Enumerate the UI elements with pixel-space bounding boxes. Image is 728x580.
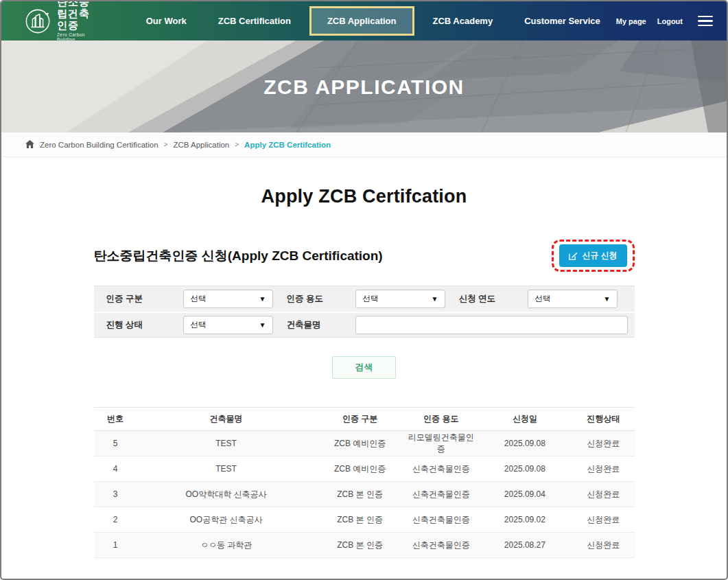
table-header-row: 번호 건축물명 인증 구분 인증 용도 신청일 진행상태 [94,408,635,431]
cell-number: 1 [94,533,137,558]
nav-zcb-academy[interactable]: ZCB Academy [417,8,509,34]
cell-apply-date: 2025.09.04 [478,482,572,507]
cell-cert-type: ZCB 예비인증 [316,431,405,456]
cell-building-name[interactable]: ㅇㅇ동 과학관 [137,533,316,558]
filter-row-1: 인증 구분 선택 ▼ 인증 용도 선택 ▼ 신청 연도 선택 ▼ [94,286,635,312]
cell-cert-use: 신축건축물인증 [405,456,478,482]
cell-apply-date: 2025.08.27 [478,533,572,558]
table-row[interactable]: 3 OO약학대학 신축공사 ZCB 본 인증 신축건축물인증 2025.09.0… [94,482,635,507]
edit-pencil-icon [569,251,578,260]
filter-label-cert-use: 인증 용도 [273,293,355,305]
cell-apply-date: 2025.09.08 [478,431,572,456]
breadcrumb-current: Apply ZCB Certifcation [244,141,331,149]
cell-building-name[interactable]: OO약학대학 신축공사 [137,482,316,507]
column-header-apply-date: 신청일 [478,408,572,431]
filter-label-building-name: 건축물명 [273,319,355,331]
hero-title: ZCB APPLICATION [263,76,465,99]
column-header-building-name: 건축물명 [137,408,316,431]
cell-progress-status: 신청완료 [572,507,635,533]
search-button-row: 검색 [94,356,635,379]
cell-cert-use: 신축건축물인증 [405,507,478,533]
cell-cert-use: 리모델링건축물인증 [405,431,478,456]
main-content: Apply ZCB Certifcation 탄소중립건축인증 신청(Apply… [94,186,635,558]
site-logo[interactable]: 탄소중립건축인증 Zero Carbon Building Certificat… [25,0,91,47]
cell-number: 3 [94,482,137,507]
filter-select-cert-use[interactable]: 선택 ▼ [355,290,445,308]
column-header-cert-use: 인증 용도 [405,408,478,431]
header-utilities: My page Logout [616,16,713,27]
filter-select-progress-status-value: 선택 [191,320,207,330]
cell-number: 5 [94,431,137,456]
cell-apply-date: 2025.09.08 [478,456,572,482]
cell-progress-status: 신청완료 [572,533,635,558]
home-icon[interactable] [25,140,34,148]
cell-building-name[interactable]: TEST [137,431,316,456]
cell-number: 4 [94,456,137,482]
column-header-progress-status: 진행상태 [572,408,635,431]
top-navbar: 탄소중립건축인증 Zero Carbon Building Certificat… [1,1,727,40]
red-dashed-annotation: 신규 신청 [552,240,634,272]
building-name-input[interactable] [355,316,628,334]
chevron-down-icon: ▼ [604,295,611,303]
table-row[interactable]: 5 TEST ZCB 예비인증 리모델링건축물인증 2025.09.08 신청완… [94,431,635,456]
cell-cert-type: ZCB 본 인증 [316,533,405,558]
table-row[interactable]: 1 ㅇㅇ동 과학관 ZCB 본 인증 신축건축물인증 2025.08.27 신청… [94,533,635,558]
filter-select-cert-use-value: 선택 [363,294,379,304]
filter-label-progress-status: 진행 상태 [94,319,183,331]
logo-icon [25,8,51,34]
filter-row-2: 진행 상태 선택 ▼ 건축물명 [94,312,635,337]
breadcrumb: Zero Carbon Building Certification > ZCB… [1,132,727,157]
filter-select-cert-type-value: 선택 [191,294,207,304]
section-header-row: 탄소중립건축인증 신청(Apply ZCB Certification) 신규 … [94,240,635,272]
cell-cert-use: 신축건축물인증 [405,482,478,507]
nav-customer-service[interactable]: Customer Service [508,8,616,34]
cell-cert-type: ZCB 본 인증 [316,507,405,533]
breadcrumb-separator: > [164,141,168,148]
cell-cert-use: 신축건축물인증 [405,533,478,558]
cell-progress-status: 신청완료 [572,482,635,507]
my-page-link[interactable]: My page [616,17,646,25]
applications-table: 번호 건축물명 인증 구분 인증 용도 신청일 진행상태 5 TEST ZCB … [94,407,635,558]
breadcrumb-root[interactable]: Zero Carbon Building Certification [40,141,158,149]
cell-number: 2 [94,507,137,533]
cell-cert-type: ZCB 예비인증 [316,456,405,482]
column-header-number: 번호 [94,408,137,431]
cell-cert-type: ZCB 본 인증 [316,482,405,507]
cell-building-name[interactable]: TEST [137,456,316,482]
main-nav: Our Work ZCB Certification ZCB Applicati… [130,6,616,36]
page-title: Apply ZCB Certifcation [94,186,635,207]
breadcrumb-separator: > [235,141,239,148]
column-header-cert-type: 인증 구분 [316,408,405,431]
filter-form: 인증 구분 선택 ▼ 인증 용도 선택 ▼ 신청 연도 선택 ▼ 진행 상태 [94,286,635,338]
chevron-down-icon: ▼ [432,295,438,303]
nav-zcb-certification[interactable]: ZCB Certification [202,8,307,34]
browser-page: 탄소중립건축인증 Zero Carbon Building Certificat… [0,0,728,580]
new-application-button-label: 신규 신청 [582,250,617,262]
logo-title: 탄소중립건축인증 [57,0,91,31]
nav-our-work[interactable]: Our Work [130,8,202,34]
chevron-down-icon: ▼ [259,295,266,303]
filter-select-apply-year-value: 선택 [535,294,551,304]
logout-link[interactable]: Logout [657,17,683,25]
section-heading: 탄소중립건축인증 신청(Apply ZCB Certification) [94,247,383,265]
filter-label-cert-type: 인증 구분 [94,293,183,305]
filter-select-apply-year[interactable]: 선택 ▼ [528,290,618,308]
cell-apply-date: 2025.09.02 [478,507,572,533]
chevron-down-icon: ▼ [259,321,266,329]
filter-select-progress-status[interactable]: 선택 ▼ [183,316,273,334]
nav-zcb-application[interactable]: ZCB Application [309,6,414,36]
search-button[interactable]: 검색 [332,356,396,379]
filter-label-apply-year: 신청 연도 [445,293,528,305]
hero-banner: ZCB APPLICATION [1,40,727,132]
table-row[interactable]: 2 OO공학관 신축공사 ZCB 본 인증 신축건축물인증 2025.09.02… [94,507,635,533]
hamburger-menu-icon[interactable] [698,16,713,27]
cell-progress-status: 신청완료 [572,456,635,482]
cell-building-name[interactable]: OO공학관 신축공사 [137,507,316,533]
breadcrumb-zcb-application[interactable]: ZCB Application [173,141,229,149]
logo-text: 탄소중립건축인증 Zero Carbon Building Certificat… [57,0,91,47]
cell-progress-status: 신청완료 [572,431,635,456]
table-row[interactable]: 4 TEST ZCB 예비인증 신축건축물인증 2025.09.08 신청완료 [94,456,635,482]
filter-select-cert-type[interactable]: 선택 ▼ [183,290,273,308]
new-application-button[interactable]: 신규 신청 [559,244,626,267]
